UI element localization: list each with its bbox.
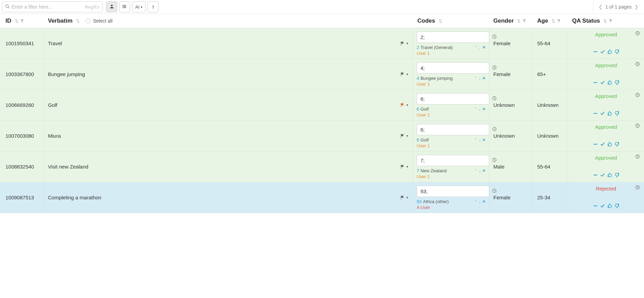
move-down-icon[interactable]: ⌄ (478, 199, 481, 204)
code-label: Golf (420, 137, 429, 142)
prev-page-icon[interactable]: ❮ (598, 4, 603, 10)
qa-thumbs-up-icon[interactable] (607, 173, 612, 178)
header-gender-label: Gender (493, 17, 514, 24)
code-number: 93 (417, 199, 421, 204)
filter-icon[interactable] (522, 18, 526, 24)
code-input[interactable] (417, 155, 489, 166)
cell-codes: 93 Africa (other) ⌃ ⌄ ✕ A User (413, 182, 489, 213)
filter-icon[interactable] (557, 18, 561, 24)
flag-icon (400, 164, 405, 169)
history-icon[interactable] (635, 185, 640, 191)
sort-icon[interactable]: ⇅ (76, 19, 80, 23)
user-filter-button[interactable] (106, 1, 117, 12)
flag-icon (400, 41, 405, 46)
qa-check-icon[interactable] (600, 142, 605, 148)
qa-minus-icon[interactable] (593, 173, 598, 178)
svg-point-5 (122, 7, 123, 8)
cell-verbatim: Completing a marathon ▾ (44, 182, 413, 213)
move-up-icon[interactable]: ⌃ (474, 138, 477, 142)
remove-code-icon[interactable]: ✕ (482, 76, 485, 80)
move-up-icon[interactable]: ⌃ (474, 76, 477, 80)
filter-icon[interactable] (609, 18, 613, 24)
move-up-icon[interactable]: ⌃ (474, 199, 477, 204)
move-up-icon[interactable]: ⌃ (474, 169, 477, 173)
remove-code-icon[interactable]: ✕ (482, 169, 485, 173)
move-down-icon[interactable]: ⌄ (478, 169, 481, 173)
qa-minus-icon[interactable] (593, 111, 598, 117)
qa-check-icon[interactable] (600, 203, 605, 209)
move-down-icon[interactable]: ⌄ (478, 76, 481, 80)
sort-icon[interactable]: ⇅ (603, 19, 607, 23)
cell-qa: Approved (568, 28, 644, 59)
header-id: ID ⇅ (0, 17, 44, 24)
code-input[interactable] (417, 186, 489, 197)
code-input[interactable] (417, 124, 489, 135)
history-icon[interactable] (635, 31, 640, 37)
sort-icon[interactable]: ⇅ (517, 19, 521, 23)
qa-minus-icon[interactable] (593, 142, 598, 148)
code-number: 7 (417, 168, 419, 173)
qa-thumbs-up-icon[interactable] (607, 203, 612, 209)
qa-thumbs-down-icon[interactable] (615, 80, 619, 86)
qa-check-icon[interactable] (600, 80, 605, 86)
alert-button[interactable]: ! (148, 1, 159, 12)
sort-icon[interactable]: ⇅ (552, 19, 556, 23)
move-down-icon[interactable]: ⌄ (478, 138, 481, 142)
qa-thumbs-down-icon[interactable] (615, 49, 619, 55)
qa-thumbs-down-icon[interactable] (615, 173, 619, 178)
qa-actions (593, 142, 619, 148)
table-row: 1007003080 Miura ▾ 6 Golf ⌃ ⌄ ✕ (0, 121, 644, 151)
cell-qa: Approved (568, 90, 644, 120)
qa-thumbs-up-icon[interactable] (607, 49, 612, 55)
remove-code-icon[interactable]: ✕ (482, 45, 485, 50)
move-up-icon[interactable]: ⌃ (474, 45, 477, 50)
sort-icon[interactable]: ⇅ (15, 19, 19, 23)
remove-code-icon[interactable]: ✕ (482, 199, 485, 204)
cell-age: Unknown (533, 121, 568, 151)
select-all[interactable]: Select all (86, 18, 113, 24)
sort-icon[interactable]: ⇅ (439, 19, 443, 23)
cell-verbatim: Golf ▾ (44, 90, 413, 120)
flag-dropdown[interactable]: ▾ (400, 164, 408, 169)
remove-code-icon[interactable]: ✕ (482, 107, 485, 111)
history-icon[interactable] (635, 154, 640, 160)
header-age-label: Age (537, 17, 548, 24)
regex-toggle[interactable]: Reg/Ex (85, 4, 100, 10)
flag-dropdown[interactable]: ▾ (400, 41, 408, 46)
history-icon[interactable] (635, 92, 640, 98)
flag-dropdown[interactable]: ▾ (400, 72, 408, 77)
history-icon[interactable] (635, 62, 640, 67)
cell-age: 65+ (533, 59, 568, 89)
qa-minus-icon[interactable] (593, 49, 598, 55)
remove-code-icon[interactable]: ✕ (482, 138, 485, 142)
next-page-icon[interactable]: ❯ (634, 4, 639, 10)
qa-check-icon[interactable] (600, 49, 605, 55)
move-down-icon[interactable]: ⌄ (478, 107, 481, 111)
ai-dropdown-button[interactable]: AI ▾ (132, 1, 146, 12)
qa-minus-icon[interactable] (593, 80, 598, 86)
qa-thumbs-up-icon[interactable] (607, 80, 612, 86)
qa-status-text: Approved (595, 155, 617, 161)
list-filter-button[interactable] (119, 1, 130, 12)
qa-thumbs-down-icon[interactable] (615, 111, 619, 117)
code-input[interactable] (417, 93, 489, 104)
filter-icon[interactable] (20, 18, 24, 24)
qa-minus-icon[interactable] (593, 203, 598, 209)
qa-thumbs-up-icon[interactable] (607, 111, 612, 117)
flag-dropdown[interactable]: ▾ (400, 195, 408, 200)
code-input[interactable] (417, 62, 489, 74)
filter-input[interactable] (12, 4, 85, 10)
code-input[interactable] (417, 32, 489, 43)
flag-dropdown[interactable]: ▾ (400, 102, 408, 108)
move-down-icon[interactable]: ⌄ (478, 45, 481, 50)
move-up-icon[interactable]: ⌃ (474, 107, 477, 111)
qa-thumbs-down-icon[interactable] (615, 142, 619, 148)
flag-dropdown[interactable]: ▾ (400, 133, 408, 138)
code-user: User 1 (417, 82, 485, 87)
qa-check-icon[interactable] (600, 111, 605, 117)
qa-thumbs-up-icon[interactable] (607, 142, 612, 148)
qa-thumbs-down-icon[interactable] (615, 203, 619, 209)
qa-check-icon[interactable] (600, 173, 605, 178)
header-age: Age ⇅ (533, 17, 568, 24)
history-icon[interactable] (635, 123, 640, 129)
